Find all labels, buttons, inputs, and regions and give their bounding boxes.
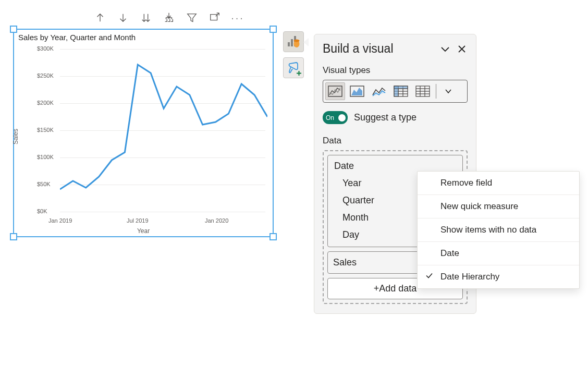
- y-tick: $300K: [37, 45, 54, 52]
- focus-mode-button[interactable]: [209, 11, 221, 24]
- pane-switcher: [283, 31, 304, 78]
- visual-types-expand[interactable]: [439, 82, 457, 100]
- y-tick: $0K: [37, 208, 47, 214]
- more-options-button[interactable]: ···: [231, 11, 244, 24]
- data-label: Data: [323, 136, 468, 146]
- suggest-type-label: Suggest a type: [354, 112, 416, 123]
- matrix-type[interactable]: [391, 82, 411, 100]
- line-chart-type[interactable]: [325, 82, 345, 100]
- svg-marker-7: [351, 88, 362, 95]
- visual-types-strip: [323, 80, 468, 103]
- field-context-menu: Remove field New quick measure Show item…: [417, 171, 580, 289]
- x-tick: Jan 2019: [48, 217, 72, 224]
- x-tick: Jan 2020: [205, 217, 228, 224]
- ctx-show-items-no-data[interactable]: Show items with no data: [418, 218, 579, 242]
- y-tick: $250K: [37, 72, 54, 79]
- toggle-on-text: On: [326, 114, 334, 121]
- toggle-knob: [338, 114, 346, 121]
- callout-pointer-icon: [303, 38, 309, 46]
- stacked-area-chart-type[interactable]: [369, 82, 389, 100]
- visual-types-label: Visual types: [323, 65, 468, 76]
- x-tick: Jul 2019: [127, 217, 149, 224]
- drill-up-button[interactable]: [94, 11, 106, 24]
- ctx-new-quick-measure[interactable]: New quick measure: [418, 195, 579, 218]
- y-tick: $100K: [37, 154, 54, 160]
- expand-hierarchy-button[interactable]: [163, 11, 175, 24]
- ctx-remove-field[interactable]: Remove field: [418, 172, 579, 195]
- line-chart-series: [60, 45, 267, 210]
- resize-handle-bottom-left[interactable]: [10, 233, 17, 240]
- y-tick: $50K: [37, 181, 51, 187]
- resize-handle-bottom-right[interactable]: [270, 233, 277, 240]
- y-tick: $200K: [37, 100, 54, 106]
- svg-rect-15: [394, 86, 408, 89]
- pane-header: Build a visual: [323, 42, 468, 56]
- svg-point-4: [294, 40, 300, 42]
- y-axis-label: Sales: [12, 129, 19, 144]
- format-visual-tab[interactable]: [283, 57, 304, 78]
- collapse-pane-button[interactable]: [439, 43, 451, 55]
- expand-all-button[interactable]: [140, 11, 152, 24]
- sales-field-label: Sales: [333, 257, 357, 268]
- area-chart-type[interactable]: [347, 82, 367, 100]
- close-pane-button[interactable]: [456, 43, 468, 55]
- chart-visual[interactable]: Sales by Year, Quarter and Month Sales Y…: [13, 29, 274, 237]
- resize-handle-top-right[interactable]: [270, 26, 277, 33]
- pane-title: Build a visual: [323, 42, 394, 56]
- x-axis-label: Year: [137, 227, 150, 235]
- chart-title: Sales by Year, Quarter and Month: [18, 33, 136, 42]
- build-visual-tab[interactable]: [283, 31, 304, 52]
- svg-rect-0: [288, 42, 290, 46]
- checkmark-icon: [425, 272, 433, 283]
- suggest-type-toggle[interactable]: On: [323, 111, 348, 124]
- ctx-date-hierarchy[interactable]: Date Hierarchy: [418, 265, 579, 288]
- table-type[interactable]: [413, 82, 433, 100]
- filter-button[interactable]: [186, 11, 198, 24]
- suggest-type-row: On Suggest a type: [323, 111, 468, 124]
- ctx-date[interactable]: Date: [418, 242, 579, 265]
- svg-rect-1: [291, 39, 293, 46]
- drill-down-button[interactable]: [117, 11, 129, 24]
- y-tick: $150K: [37, 127, 54, 133]
- gridline: [60, 212, 265, 212]
- divider: [436, 84, 436, 99]
- visual-toolbar: ···: [94, 11, 244, 24]
- resize-handle-top-left[interactable]: [10, 26, 17, 33]
